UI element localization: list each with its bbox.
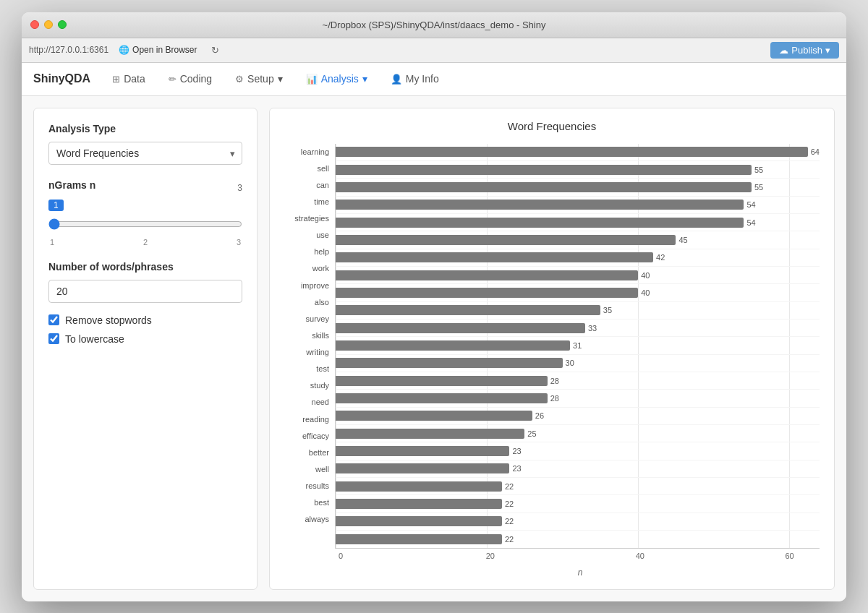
bar-value: 23: [512, 447, 521, 455]
bar-row: 35: [336, 302, 820, 320]
y-label: efficacy: [302, 432, 329, 440]
bar-row: 42: [336, 249, 820, 267]
y-label: always: [305, 515, 329, 523]
bar-fill: [336, 358, 563, 368]
publish-icon: ☁: [779, 45, 788, 56]
x-tick: 40: [636, 552, 644, 560]
bar-fill: [336, 165, 752, 175]
bar-fill: [336, 252, 653, 262]
chart-container: learningsellcantimestrategiesusehelpwork…: [284, 144, 820, 578]
bar-fill: [336, 393, 548, 403]
maximize-button[interactable]: [58, 20, 67, 29]
open-browser-button[interactable]: 🌐 Open in Browser: [114, 43, 201, 56]
bar-row: 28: [336, 390, 820, 407]
y-label: strategies: [294, 215, 329, 223]
bar-value: 31: [573, 341, 582, 350]
refresh-button[interactable]: ↻: [207, 43, 224, 57]
y-label: improve: [301, 282, 329, 290]
close-button[interactable]: [30, 20, 39, 29]
bar-fill: [336, 376, 548, 386]
bar-value: 42: [656, 253, 665, 262]
y-label: also: [315, 299, 329, 306]
traffic-lights: [30, 20, 67, 29]
addressbar: http://127.0.0.1:6361 🌐 Open in Browser …: [22, 38, 846, 63]
bar-value: 28: [550, 394, 559, 403]
nav-item-myinfo[interactable]: 👤 My Info: [380, 69, 449, 89]
url-display: http://127.0.0.1:6361: [29, 45, 109, 55]
bar-row: 54: [336, 197, 820, 214]
y-label: time: [314, 198, 329, 206]
setup-dropdown-icon: ▾: [278, 73, 283, 85]
bar-row: 40: [336, 267, 820, 284]
analysis-dropdown-icon: ▾: [362, 73, 367, 85]
y-label: study: [310, 382, 329, 390]
bar-fill: [336, 147, 808, 157]
bar-row: 22: [336, 513, 820, 531]
ngrams-slider[interactable]: [48, 218, 242, 230]
slider-ticks: 1 2 3: [48, 238, 242, 247]
bar-row: 28: [336, 372, 820, 390]
pencil-icon: ✏: [169, 74, 176, 85]
open-browser-label: Open in Browser: [132, 45, 197, 55]
chart-area: Word Frequencies learningsellcantimestra…: [269, 108, 835, 590]
num-words-input[interactable]: [48, 280, 242, 303]
y-label: need: [312, 398, 329, 406]
sidebar-panel: Analysis Type Word Frequencies ▾ nGrams …: [33, 108, 258, 590]
bar-value: 23: [512, 464, 521, 473]
bar-row: 64: [336, 144, 820, 161]
bar-row: 54: [336, 214, 820, 231]
publish-button[interactable]: ☁ Publish ▾: [770, 42, 839, 59]
bar-chart-icon: 📊: [306, 74, 318, 85]
bar-fill: [336, 323, 585, 333]
bar-value: 35: [603, 306, 612, 314]
bar-fill: [336, 463, 509, 473]
nav-item-coding[interactable]: ✏ Coding: [158, 69, 222, 89]
y-label: learning: [301, 148, 329, 156]
y-label: skills: [312, 332, 329, 340]
nav-item-data[interactable]: ⊞ Data: [102, 69, 156, 89]
tick-2: 2: [143, 238, 148, 247]
analysis-type-select[interactable]: Word Frequencies: [48, 142, 242, 165]
nav-item-setup[interactable]: ⚙ Setup ▾: [225, 69, 293, 89]
bar-value: 22: [505, 500, 514, 508]
bar-fill: [336, 411, 532, 421]
bar-value: 33: [588, 324, 597, 333]
remove-stopwords-checkbox[interactable]: [48, 314, 59, 325]
x-axis-label: n: [284, 567, 820, 578]
bar-row: 33: [336, 320, 820, 337]
app-window: ~/Dropbox (SPS)/ShinyQDA/inst/daacs_demo…: [22, 12, 846, 601]
bar-value: 26: [535, 411, 544, 420]
titlebar: ~/Dropbox (SPS)/ShinyQDA/inst/daacs_demo…: [22, 12, 846, 38]
bar-row: 30: [336, 355, 820, 372]
minimize-button[interactable]: [44, 20, 53, 29]
bar-value: 22: [505, 517, 514, 526]
bar-value: 40: [641, 271, 650, 280]
nav-item-analysis[interactable]: 📊 Analysis ▾: [296, 69, 378, 89]
bar-row: 26: [336, 408, 820, 425]
ngrams-max: 3: [237, 183, 242, 193]
y-label: help: [314, 248, 329, 256]
y-label: better: [309, 449, 329, 457]
to-lowercase-checkbox[interactable]: [48, 333, 59, 344]
y-label: sell: [317, 165, 329, 173]
y-label: results: [306, 482, 329, 490]
ngrams-section: nGrams n 3 1 1 2 3: [48, 179, 242, 247]
tick-3: 3: [237, 238, 241, 247]
bar-value: 28: [550, 377, 559, 385]
bar-value: 64: [811, 147, 820, 156]
bar-value: 55: [754, 183, 763, 192]
nav-label-analysis: Analysis: [321, 73, 359, 85]
y-label: reading: [302, 416, 329, 424]
bar-value: 45: [678, 236, 687, 244]
bar-row: 22: [336, 531, 820, 547]
y-label: test: [316, 365, 329, 373]
bar-fill: [336, 182, 752, 192]
x-tick: 20: [486, 552, 495, 560]
bar-fill: [336, 429, 524, 439]
tick-1: 1: [50, 238, 54, 247]
bar-value: 30: [566, 359, 574, 367]
bar-row: 22: [336, 478, 820, 495]
table-icon: ⊞: [112, 74, 120, 85]
remove-stopwords-row: Remove stopwords: [48, 314, 242, 326]
bar-fill: [336, 288, 638, 298]
